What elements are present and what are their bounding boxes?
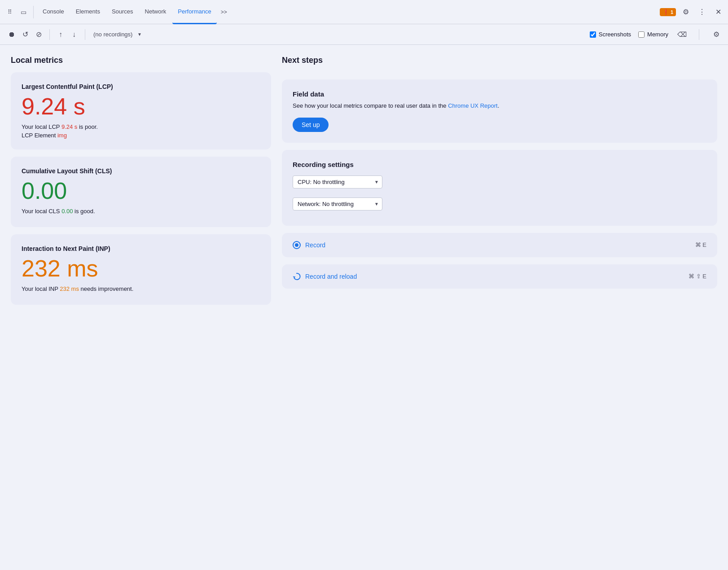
local-metrics-title: Local metrics	[11, 56, 271, 65]
cls-description: Your local CLS 0.00 is good.	[22, 208, 260, 215]
toolbar2-controls: ⏺ ↺ ⊘ ↑ ↓ (no recordings) ▼	[5, 28, 144, 41]
field-data-card: Field data See how your local metrics co…	[282, 79, 717, 143]
lcp-card: Largest Contentful Paint (LCP) 9.24 s Yo…	[11, 72, 271, 149]
clear-button[interactable]: ⊘	[32, 28, 45, 41]
warning-icon: ❗	[662, 9, 669, 15]
record-button[interactable]: ⏺	[5, 28, 18, 41]
cls-desc-prefix: Your local CLS	[22, 208, 61, 215]
right-panel: Next steps Field data See how your local…	[282, 56, 717, 559]
cpu-throttle-wrap[interactable]: CPU: No throttling CPU: 4x slowdown CPU:…	[293, 175, 382, 189]
cpu-throttle-select[interactable]: CPU: No throttling CPU: 4x slowdown CPU:…	[293, 175, 382, 189]
recordings-select[interactable]: (no recordings)	[90, 29, 144, 39]
memory-label: Memory	[647, 31, 668, 38]
toolbar2-divider-2	[85, 29, 85, 40]
cpu-profile-icon: ⌫	[677, 31, 687, 39]
tab-network[interactable]: Network	[140, 0, 172, 24]
vertical-dots-icon: ⋮	[698, 8, 706, 16]
download-icon: ↓	[72, 31, 76, 39]
close-button[interactable]: ✕	[712, 6, 724, 18]
inp-name: Interaction to Next Paint (INP)	[22, 245, 260, 252]
main-content: Local metrics Largest Contentful Paint (…	[0, 45, 728, 570]
svg-point-1	[295, 243, 298, 247]
toolbar2-right: Screenshots Memory ⌫ ⚙	[590, 28, 723, 41]
upload-icon: ↑	[59, 31, 62, 39]
performance-toolbar: ⏺ ↺ ⊘ ↑ ↓ (no recordings) ▼ Screenshots	[0, 24, 728, 45]
next-steps-title: Next steps	[282, 56, 717, 65]
lcp-element-value[interactable]: img	[57, 132, 67, 139]
cls-name: Cumulative Layout Shift (CLS)	[22, 167, 260, 175]
screenshots-label: Screenshots	[599, 31, 631, 38]
screenshots-checkbox-wrap[interactable]: Screenshots	[590, 31, 631, 38]
field-data-desc-after: .	[498, 102, 500, 109]
toolbar-right: ❗ 1 ⚙ ⋮ ✕	[660, 6, 724, 18]
field-data-description: See how your local metrics compare to re…	[293, 101, 706, 110]
record-reload-action-card[interactable]: Record and reload ⌘ ⇧ E	[282, 264, 717, 289]
devtools-inspect-icon[interactable]: ⠿	[4, 6, 16, 18]
lcp-name: Largest Contentful Paint (LCP)	[22, 83, 260, 90]
warning-count: 1	[671, 9, 673, 15]
network-throttle-wrap[interactable]: Network: No throttling Network: Fast 3G …	[293, 197, 382, 210]
settings-button[interactable]: ⚙	[680, 6, 692, 18]
toolbar2-divider-3	[699, 29, 699, 40]
reload-icon: ↺	[22, 30, 28, 39]
gear-icon: ⚙	[683, 8, 689, 16]
network-select-wrap: Network: No throttling Network: Fast 3G …	[293, 197, 706, 215]
inp-desc-suffix: needs improvement.	[79, 285, 133, 292]
chrome-ux-report-link[interactable]: Chrome UX Report	[448, 102, 498, 109]
lcp-desc-suffix: is poor.	[77, 123, 98, 130]
tab-sources[interactable]: Sources	[106, 0, 139, 24]
cpu-profile-button[interactable]: ⌫	[675, 28, 688, 41]
lcp-element: LCP Element img	[22, 132, 260, 139]
record-reload-action-icon	[293, 272, 301, 281]
setup-button[interactable]: Set up	[293, 118, 329, 132]
toolbar-divider-1	[33, 6, 34, 18]
main-toolbar: ⠿ ▭ Console Elements Sources Network Per…	[0, 0, 728, 24]
left-panel: Local metrics Largest Contentful Paint (…	[11, 56, 271, 559]
cpu-select-wrap: CPU: No throttling CPU: 4x slowdown CPU:…	[293, 175, 706, 193]
lcp-value: 9.24 s	[22, 95, 260, 118]
reload-record-button[interactable]: ↺	[19, 28, 31, 41]
inp-value: 232 ms	[22, 257, 260, 280]
gear-icon-2: ⚙	[713, 30, 719, 39]
tab-console[interactable]: Console	[37, 0, 70, 24]
warning-badge[interactable]: ❗ 1	[660, 8, 676, 16]
field-data-title: Field data	[293, 90, 706, 98]
record-reload-action-shortcut: ⌘ ⇧ E	[689, 273, 706, 280]
record-action-card[interactable]: Record ⌘ E	[282, 233, 717, 257]
svg-marker-2	[293, 276, 296, 278]
tab-performance[interactable]: Performance	[172, 0, 216, 24]
clear-icon: ⊘	[36, 30, 42, 39]
more-tabs-button[interactable]: >>	[218, 6, 230, 18]
screenshots-checkbox[interactable]	[590, 31, 596, 38]
close-icon: ✕	[715, 8, 721, 16]
field-data-desc-before: See how your local metrics compare to re…	[293, 102, 448, 109]
recording-settings-title: Recording settings	[293, 161, 706, 168]
inp-description: Your local INP 232 ms needs improvement.	[22, 285, 260, 292]
cls-card: Cumulative Layout Shift (CLS) 0.00 Your …	[11, 157, 271, 227]
inp-desc-prefix: Your local INP	[22, 285, 60, 292]
devtools-device-icon[interactable]: ▭	[17, 6, 30, 18]
more-options-button[interactable]: ⋮	[696, 6, 708, 18]
record-action-shortcut: ⌘ E	[695, 241, 706, 248]
lcp-desc-prefix: Your local LCP	[22, 123, 61, 130]
lcp-desc-value: 9.24 s	[61, 123, 77, 130]
recording-settings-card: Recording settings CPU: No throttling CP…	[282, 150, 717, 226]
upload-button[interactable]: ↑	[54, 28, 67, 41]
cls-desc-suffix: is good.	[73, 208, 95, 215]
toolbar2-divider-1	[49, 29, 50, 40]
download-button[interactable]: ↓	[68, 28, 80, 41]
record-action-label: Record	[305, 241, 325, 249]
record-reload-action-label: Record and reload	[305, 273, 357, 280]
network-throttle-select[interactable]: Network: No throttling Network: Fast 3G …	[293, 197, 382, 210]
memory-checkbox-wrap[interactable]: Memory	[638, 31, 668, 38]
memory-checkbox[interactable]	[638, 31, 645, 38]
tab-elements[interactable]: Elements	[70, 0, 105, 24]
toolbar-left: ⠿ ▭	[4, 6, 36, 18]
cls-value: 0.00	[22, 179, 260, 202]
recordings-select-wrap[interactable]: (no recordings) ▼	[90, 29, 144, 39]
performance-settings-button[interactable]: ⚙	[710, 28, 723, 41]
inp-desc-value: 232 ms	[60, 285, 79, 292]
lcp-description: Your local LCP 9.24 s is poor.	[22, 123, 260, 130]
record-action-icon	[293, 241, 301, 249]
inp-card: Interaction to Next Paint (INP) 232 ms Y…	[11, 234, 271, 305]
